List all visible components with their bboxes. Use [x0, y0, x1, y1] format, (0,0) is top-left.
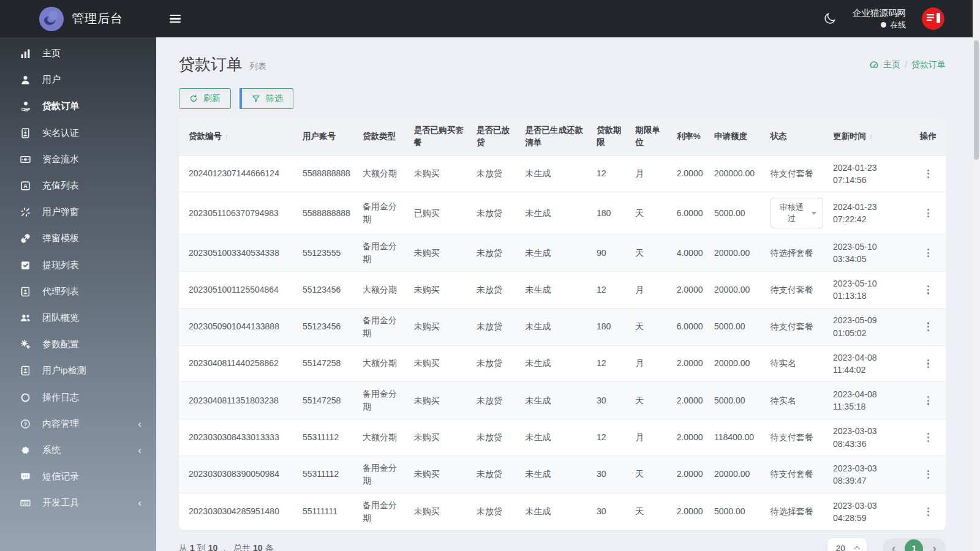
loan-orders-table: 贷款编号↑用户账号贷款类型是否已购买套餐是否已放贷是否已生成还款清单贷款期限期限…	[179, 118, 946, 530]
row-actions-kebab-icon[interactable]	[924, 246, 933, 261]
cell-purchased: 未购买	[409, 382, 472, 419]
question-circle-icon: ?	[20, 419, 32, 429]
loan-orders-table-card: 贷款编号↑用户账号贷款类型是否已购买套餐是否已放贷是否已生成还款清单贷款期限期限…	[179, 118, 946, 530]
cell-unit: 天	[630, 308, 671, 345]
sidebar-item-系统[interactable]: 系统‹	[0, 437, 156, 463]
row-actions-kebab-icon[interactable]	[924, 282, 933, 298]
sidebar-item-用户弹窗[interactable]: 用户弹窗	[0, 199, 156, 225]
user-info[interactable]: 企业猫源码网 在线	[853, 7, 906, 30]
cell-actions	[911, 455, 946, 493]
window-scrollbar[interactable]	[973, 0, 980, 551]
column-header-是否已生成还款清单: 是否已生成还款清单	[521, 118, 592, 156]
cell-rate: 6.0000	[672, 308, 709, 345]
cell-id: 2023030308433013333	[179, 419, 298, 456]
sidebar-item-开发工具[interactable]: 开发工具‹	[0, 490, 156, 516]
sidebar-item-短信记录[interactable]: 短信记录	[0, 463, 156, 490]
sidebar-item-label: 提现列表	[42, 260, 79, 271]
topbar: 管理后台 企业猫源码网 在线	[0, 0, 980, 37]
sidebar-item-用户ip检测[interactable]: 用户ip检测	[0, 358, 156, 384]
cell-type: 大额分期	[358, 345, 409, 382]
next-page-chevron-icon[interactable]: ›	[931, 542, 938, 551]
caret-down-icon	[812, 212, 816, 217]
column-header-贷款编号[interactable]: 贷款编号↑	[179, 118, 298, 156]
chevron-left-icon: ‹	[138, 498, 141, 508]
cell-actions	[911, 493, 946, 530]
breadcrumb-current[interactable]: 贷款订单	[911, 59, 946, 70]
cell-account: 55311112	[298, 455, 358, 493]
row-actions-kebab-icon[interactable]	[924, 356, 933, 372]
sidebar-item-贷款订单[interactable]: 贷款订单	[0, 93, 156, 119]
sidebar-item-弹窗模板[interactable]: 弹窗模板	[0, 225, 156, 252]
sidebar-item-用户[interactable]: 用户	[0, 67, 156, 93]
page-size-select[interactable]: 20	[827, 538, 867, 551]
dark-mode-toggle-moon-icon[interactable]	[823, 12, 837, 25]
cell-bill: 未生成	[521, 382, 592, 419]
user-status: 在线	[853, 20, 906, 31]
sidebar-item-实名认证[interactable]: 实名认证	[0, 120, 156, 146]
status-text: 待支付套餐	[771, 285, 813, 294]
sidebar-item-内容管理[interactable]: ?内容管理‹	[0, 411, 156, 437]
breadcrumb-separator: /	[905, 60, 907, 70]
breadcrumb-home[interactable]: 主页	[883, 59, 900, 70]
cell-term: 180	[592, 192, 630, 234]
sidebar-item-提现列表[interactable]: 提现列表	[0, 252, 156, 279]
scrollbar-thumb[interactable]	[974, 40, 979, 160]
cell-actions	[911, 156, 946, 192]
cell-loaned: 未放贷	[472, 308, 521, 345]
cell-bill: 未生成	[521, 272, 592, 309]
column-header-贷款期限: 贷款期限	[592, 118, 630, 156]
sidebar-item-label: 操作日志	[42, 392, 79, 403]
cell-amount: 20000.00	[709, 345, 766, 382]
cell-updated-time: 2023-04-0811:35:18	[828, 382, 911, 419]
sidebar-item-代理列表[interactable]: 代理列表	[0, 279, 156, 305]
cell-loaned: 未放贷	[472, 455, 521, 493]
sidebar-item-label: 充值列表	[42, 180, 79, 192]
cell-amount: 20000.00	[709, 234, 766, 272]
page-size-value: 20	[836, 544, 845, 551]
keyboard-icon	[20, 498, 32, 508]
cell-actions	[911, 345, 946, 382]
unlink-icon	[20, 207, 32, 217]
cell-actions	[911, 419, 946, 456]
status-text: 待实名	[771, 358, 796, 368]
cell-account: 5588888888	[298, 156, 358, 192]
sidebar-item-label: 短信记录	[42, 471, 79, 482]
cell-unit: 月	[630, 272, 671, 309]
filter-button[interactable]: 筛选	[242, 88, 293, 109]
hamburger-menu-icon[interactable]	[170, 12, 181, 26]
svg-text:?: ?	[24, 421, 27, 427]
prev-page-chevron-icon[interactable]: ‹	[891, 542, 897, 551]
sidebar-item-label: 用户	[42, 74, 61, 86]
row-actions-kebab-icon[interactable]	[924, 393, 933, 408]
current-page-button[interactable]: 1	[905, 539, 923, 551]
online-dot-icon	[881, 22, 886, 28]
cell-bill: 未生成	[521, 234, 592, 272]
chart-bar-icon	[20, 48, 32, 59]
column-header-更新时间[interactable]: 更新时间↑	[828, 118, 911, 156]
row-actions-kebab-icon[interactable]	[924, 430, 933, 445]
sidebar-item-label: 资金流水	[42, 154, 79, 165]
sidebar-item-团队概览[interactable]: 团队概览	[0, 305, 156, 331]
refresh-button[interactable]: 刷新	[179, 88, 231, 109]
row-actions-kebab-icon[interactable]	[924, 206, 933, 221]
cell-term: 90	[592, 234, 630, 272]
row-actions-kebab-icon[interactable]	[924, 467, 933, 482]
row-actions-kebab-icon[interactable]	[924, 167, 933, 182]
column-header-是否已购买套餐: 是否已购买套餐	[409, 118, 472, 156]
status-dropdown[interactable]: 审核通过	[771, 198, 823, 228]
sidebar-item-参数配置[interactable]: 参数配置	[0, 331, 156, 358]
row-actions-kebab-icon[interactable]	[924, 504, 933, 520]
cell-updated-time: 2023-05-0901:05:02	[828, 308, 911, 345]
cell-status: 待支付套餐	[766, 156, 828, 192]
sidebar-item-主页[interactable]: 主页	[0, 40, 156, 67]
main-content: 贷款订单 列表 主页 / 贷款订单 刷新 筛选 贷款编号↑用户账号	[156, 37, 980, 551]
cell-rate: 2.0000	[672, 382, 709, 419]
sidebar-item-操作日志[interactable]: 操作日志	[0, 384, 156, 410]
row-actions-kebab-icon[interactable]	[924, 319, 933, 334]
cell-purchased: 未购买	[409, 345, 472, 382]
sidebar-item-充值列表[interactable]: A充值列表	[0, 173, 156, 199]
sidebar-item-资金流水[interactable]: 资金流水	[0, 146, 156, 173]
cell-amount: 20000.00	[709, 455, 766, 493]
cell-actions	[911, 192, 946, 234]
avatar[interactable]	[922, 7, 944, 30]
